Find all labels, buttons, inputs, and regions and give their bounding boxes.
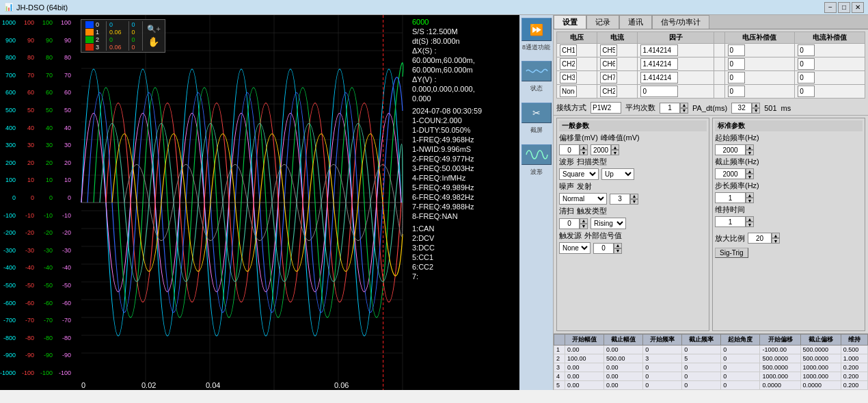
end-freq-up[interactable]: ▲ bbox=[746, 168, 754, 174]
waveform-label: 波形 bbox=[559, 157, 574, 167]
ch4-factor-input[interactable] bbox=[640, 86, 678, 97]
fast-forward-button[interactable]: ⏩ bbox=[521, 18, 552, 41]
th-start-offset: 开始偏移 bbox=[760, 335, 800, 346]
connection-method-input[interactable] bbox=[591, 102, 621, 114]
clear-up[interactable]: ▲ bbox=[580, 218, 588, 224]
ch1-voltage-select[interactable] bbox=[560, 44, 577, 56]
amplify-down[interactable]: ▼ bbox=[772, 238, 780, 244]
ch3-factor-input[interactable] bbox=[640, 72, 678, 83]
pa-up-btn[interactable]: ▲ bbox=[752, 103, 760, 108]
ext-sig-input[interactable] bbox=[593, 243, 614, 254]
end-freq-down[interactable]: ▼ bbox=[746, 174, 754, 179]
waveform-inputs: SquareSineTriangle UpDown bbox=[559, 168, 707, 180]
clear-input[interactable] bbox=[559, 218, 580, 229]
avg-up-btn[interactable]: ▲ bbox=[680, 103, 688, 108]
emit-down[interactable]: ▼ bbox=[630, 199, 638, 205]
peak-input[interactable] bbox=[591, 144, 611, 155]
offset-down[interactable]: ▼ bbox=[580, 150, 588, 155]
zoom-icon[interactable]: 🔍+ bbox=[147, 25, 161, 34]
tab-settings[interactable]: 设置 bbox=[554, 15, 586, 29]
emit-input[interactable] bbox=[610, 194, 630, 205]
tab-comms[interactable]: 通讯 bbox=[619, 15, 652, 29]
step-freq-spinbox: ▲ ▼ bbox=[715, 192, 754, 203]
ch3-voltage-select[interactable] bbox=[560, 72, 577, 83]
end-freq-input[interactable] bbox=[715, 168, 746, 179]
scan-type-select[interactable]: UpDown bbox=[601, 168, 634, 180]
status-button[interactable] bbox=[521, 61, 552, 81]
amplify-up[interactable]: ▲ bbox=[772, 233, 780, 238]
ch2-voltage-select[interactable] bbox=[560, 58, 577, 70]
ch4-voltage-select[interactable] bbox=[560, 86, 577, 97]
avg-value-input[interactable] bbox=[660, 103, 680, 114]
tabs-row: 设置 记录 通讯 信号/功率计 bbox=[554, 15, 868, 29]
ch4-current-select[interactable] bbox=[600, 86, 617, 97]
pa-value-input[interactable] bbox=[731, 103, 752, 114]
hold-time-up[interactable]: ▲ bbox=[746, 216, 754, 222]
tab-record[interactable]: 记录 bbox=[586, 15, 619, 29]
avg-label: 平均次数 bbox=[625, 103, 655, 113]
th-row-num bbox=[554, 335, 565, 346]
maximize-button[interactable]: □ bbox=[838, 2, 850, 13]
ext-sig-down[interactable]: ▼ bbox=[614, 248, 622, 254]
step-freq-label: 步长频率(Hz) bbox=[715, 181, 759, 191]
th-end-offset: 截止偏移 bbox=[800, 335, 841, 346]
sig-trig-button[interactable]: Sig-Trig bbox=[715, 248, 748, 258]
svg-text:0.04: 0.04 bbox=[206, 381, 220, 389]
scan-type-label: 扫描类型 bbox=[577, 157, 607, 167]
channel-row-2 bbox=[557, 57, 865, 71]
step-freq-down[interactable]: ▼ bbox=[746, 198, 754, 203]
ch1-volt-comp[interactable] bbox=[728, 44, 745, 56]
peak-up[interactable]: ▲ bbox=[611, 144, 619, 150]
close-button[interactable]: ✕ bbox=[852, 2, 864, 13]
ch3-volt-comp[interactable] bbox=[728, 72, 745, 83]
minimize-button[interactable]: − bbox=[824, 2, 837, 13]
waveform-button[interactable] bbox=[521, 144, 552, 165]
avg-down-btn[interactable]: ▼ bbox=[680, 108, 688, 114]
ch1-factor-input[interactable] bbox=[640, 44, 678, 56]
hold-time-input[interactable] bbox=[715, 216, 746, 227]
clear-down[interactable]: ▼ bbox=[580, 224, 588, 229]
channel-table-section: 电压 电流 因子 电压补偿值 电流补偿值 bbox=[554, 29, 868, 101]
ch4-curr-comp[interactable] bbox=[798, 86, 815, 97]
ch2-curr-comp[interactable] bbox=[798, 58, 815, 70]
ch1-curr-comp[interactable] bbox=[798, 44, 815, 56]
ch2-current-select[interactable] bbox=[600, 58, 617, 70]
screenshot-button[interactable]: ✂ bbox=[521, 103, 552, 123]
ch2-volt-comp[interactable] bbox=[728, 58, 745, 70]
start-freq-input[interactable] bbox=[715, 144, 746, 155]
ch1-current-select[interactable] bbox=[600, 44, 617, 56]
emit-up[interactable]: ▲ bbox=[630, 194, 638, 199]
info-line: 7: bbox=[412, 272, 517, 281]
offset-input[interactable] bbox=[559, 144, 580, 155]
ch4-volt-comp[interactable] bbox=[728, 86, 745, 97]
amplify-ratio-input[interactable] bbox=[748, 233, 772, 244]
amplify-ratio-label: 放大比例 bbox=[715, 233, 745, 244]
th-start-freq: 开始频率 bbox=[643, 335, 682, 346]
step-freq-up[interactable]: ▲ bbox=[746, 192, 754, 198]
ch3-current-select[interactable] bbox=[600, 72, 617, 83]
trig-type-select[interactable]: RisingFalling bbox=[591, 218, 626, 229]
table-row: 3 0.00 0.00 0 0 0 500.0000 1000.000 0.20… bbox=[554, 363, 868, 372]
title-bar-controls: − □ ✕ bbox=[824, 2, 864, 13]
trig-src-select[interactable]: NoneCH1 bbox=[559, 242, 591, 254]
th-hold: 维持 bbox=[841, 335, 867, 346]
offset-up[interactable]: ▲ bbox=[580, 144, 588, 150]
sig-trig-row: Sig-Trig bbox=[715, 248, 863, 258]
info-line: 3:DCC bbox=[412, 243, 517, 252]
tab-signal[interactable]: 信号/功率计 bbox=[652, 15, 709, 29]
start-freq-down[interactable]: ▼ bbox=[746, 150, 754, 155]
ch3-curr-comp[interactable] bbox=[798, 72, 815, 83]
start-freq-up[interactable]: ▲ bbox=[746, 144, 754, 150]
th-volt-comp: 电压补偿值 bbox=[724, 32, 795, 44]
hold-time-down[interactable]: ▼ bbox=[746, 222, 754, 227]
hand-icon[interactable]: ✋ bbox=[148, 36, 159, 47]
noise-select[interactable]: NormalLowHigh bbox=[559, 193, 607, 205]
ext-sig-up[interactable]: ▲ bbox=[614, 243, 622, 248]
table-row: 5 0.00 0.00 0 0 0 0.0000 0.0000 0.200 bbox=[554, 381, 868, 390]
ch2-factor-input[interactable] bbox=[640, 58, 678, 70]
th-start-angle: 起始角度 bbox=[721, 335, 760, 346]
step-freq-input[interactable] bbox=[715, 192, 746, 203]
pa-down-btn[interactable]: ▼ bbox=[752, 108, 760, 114]
waveform-select[interactable]: SquareSineTriangle bbox=[559, 168, 599, 180]
peak-down[interactable]: ▼ bbox=[611, 150, 619, 155]
